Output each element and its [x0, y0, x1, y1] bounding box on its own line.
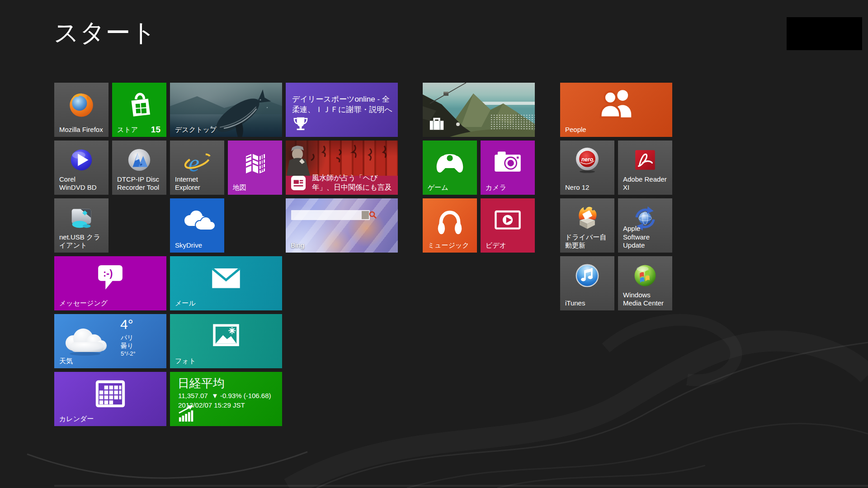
smiley-icon-text: :-) — [103, 268, 113, 279]
tile-dtcp-ip-disc-recorder[interactable]: DTCP-IP Disc Recorder Tool — [112, 141, 166, 195]
index-value: 11,357.07 — [178, 392, 208, 399]
tile-internet-explorer[interactable]: e Internet Explorer — [170, 141, 224, 195]
tile-label: フォト — [175, 357, 196, 366]
tile-label: Bing — [291, 241, 304, 250]
tile-label: Apple Software Update — [623, 225, 666, 250]
tile-label: ドライバー自動更新 — [565, 233, 608, 250]
tile-windows-media-center[interactable]: Windows Media Center — [618, 256, 672, 310]
netusb-icon — [67, 203, 95, 231]
tile-group-main: Mozilla Firefox ストア 15 — [54, 83, 398, 426]
weather-hi-lo: 5°/-2° — [121, 350, 136, 357]
weather-condition: 曇り — [121, 342, 133, 350]
tile-nikkei-finance[interactable]: 日経平均 11,357.07 ▼ -0.93% (-106.68) 2013/0… — [170, 372, 282, 426]
calendar-icon — [92, 378, 128, 409]
index-name: 日経平均 — [178, 375, 225, 391]
internet-explorer-icon: e — [182, 147, 212, 177]
tile-mozilla-firefox[interactable]: Mozilla Firefox — [54, 83, 108, 137]
trophy-icon — [292, 114, 310, 132]
tile-news-headline[interactable]: 風水師が占う「ヘび年」、日中関係にも言及 — [286, 141, 398, 195]
tile-label: ビデオ — [486, 241, 506, 250]
people-icon — [594, 87, 638, 122]
tile-people[interactable]: People — [560, 83, 672, 137]
headphones-icon — [434, 205, 466, 235]
tile-label: カメラ — [486, 183, 506, 192]
news-caption-band: 風水師が占う「ヘび年」、日中関係にも言及 — [286, 176, 398, 195]
tile-music[interactable]: ミュージック — [423, 198, 477, 253]
tile-daily-sports-news[interactable]: デイリースポーツonline - 全柔連、ＩＪＦに謝罪・説明へ — [286, 83, 398, 137]
tile-photos[interactable]: フォト — [170, 314, 282, 368]
tile-store[interactable]: ストア 15 — [112, 83, 166, 137]
tile-label: メール — [175, 299, 196, 308]
bing-search-bar — [291, 210, 370, 220]
dtcp-recorder-icon — [125, 145, 153, 174]
news-headline: デイリースポーツonline - 全柔連、ＩＪＦに謝罪・説明へ — [292, 94, 394, 115]
tile-games[interactable]: ゲーム — [423, 141, 477, 195]
index-quote: 11,357.07 ▼ -0.93% (-106.68) — [178, 392, 271, 399]
tile-mail[interactable]: メール — [170, 256, 282, 310]
tile-label: net.USB クライアント — [59, 233, 102, 250]
user-account-area-redacted[interactable] — [787, 17, 862, 50]
tile-apple-software-update[interactable]: Apple Software Update — [618, 198, 672, 253]
search-magnifier-icon — [368, 210, 378, 220]
tile-travel[interactable] — [423, 83, 535, 137]
camera-icon — [491, 148, 524, 176]
newspaper-icon — [291, 175, 306, 191]
tile-group-apps: People nero Nero 12 Adobe Re — [560, 83, 672, 310]
mail-envelope-icon — [208, 263, 245, 292]
nero-logo-text: nero — [581, 156, 593, 162]
tile-skydrive[interactable]: SkyDrive — [170, 198, 224, 253]
tile-label: デスクトップ — [175, 126, 217, 134]
video-player-icon — [491, 206, 524, 234]
cloud-icon — [58, 324, 111, 358]
tile-label: Windows Media Center — [623, 291, 666, 308]
media-center-orb-icon — [632, 262, 659, 289]
messaging-bubble-icon: :-) — [91, 260, 130, 296]
tile-calendar[interactable]: カレンダー — [54, 372, 166, 426]
nero-icon: nero — [573, 145, 602, 174]
tile-label: iTunes — [565, 299, 585, 308]
tile-desktop[interactable]: デスクトップ — [170, 83, 282, 137]
suitcase-travel-icon — [428, 115, 445, 132]
tile-video[interactable]: ビデオ — [481, 198, 535, 253]
tile-driver-auto-update[interactable]: ドライバー自動更新 — [560, 198, 614, 253]
map-icon — [241, 148, 269, 177]
photo-frame-icon — [210, 322, 242, 350]
index-change: ▼ -0.93% (-106.68) — [212, 392, 271, 399]
tile-label: ミュージック — [428, 241, 469, 250]
tile-weather[interactable]: 4° パリ 曇り 5°/-2° 天気 — [54, 314, 166, 368]
tile-corel-windvd[interactable]: Corel WinDVD BD — [54, 141, 108, 195]
svg-text:e: e — [188, 149, 199, 177]
xbox-controller-icon — [433, 148, 467, 176]
store-bag-icon — [123, 89, 155, 120]
adobe-reader-icon — [632, 147, 658, 173]
tile-label: Corel WinDVD BD — [59, 175, 102, 192]
firefox-icon — [66, 89, 96, 119]
burning-disc-icon — [574, 204, 601, 231]
tile-itunes[interactable]: iTunes — [560, 256, 614, 310]
news-headline: 風水師が占う「ヘび年」、日中関係にも言及 — [312, 173, 397, 192]
tile-label: SkyDrive — [175, 241, 202, 250]
page-title: スタート — [54, 16, 157, 50]
tile-messaging[interactable]: :-) メッセージング — [54, 256, 166, 310]
stock-chart-icon — [177, 404, 196, 422]
tile-bing[interactable]: Bing — [286, 198, 398, 253]
store-update-count-badge: 15 — [151, 125, 160, 135]
tile-maps[interactable]: 地図 — [228, 141, 282, 195]
tile-label: People — [565, 126, 586, 134]
tile-netusb-client[interactable]: net.USB クライアント — [54, 198, 108, 253]
corel-windvd-icon — [67, 145, 95, 174]
skydrive-cloud-icon — [179, 207, 215, 234]
tile-label: ゲーム — [428, 183, 448, 192]
start-screen: { "header": { "title": "スタート" }, "colors… — [0, 0, 868, 488]
tile-label: Adobe Reader XI — [623, 175, 672, 192]
tile-adobe-reader[interactable]: Adobe Reader XI — [618, 141, 672, 195]
weather-temperature: 4° — [120, 317, 133, 332]
weather-city: パリ — [121, 334, 134, 342]
tile-label: 天気 — [59, 357, 73, 366]
tile-label: 地図 — [233, 183, 246, 192]
tile-label: Internet Explorer — [175, 175, 224, 192]
tile-label: カレンダー — [59, 415, 94, 423]
tile-nero-12[interactable]: nero Nero 12 — [560, 141, 614, 195]
tile-camera[interactable]: カメラ — [481, 141, 535, 195]
itunes-icon — [573, 261, 601, 289]
